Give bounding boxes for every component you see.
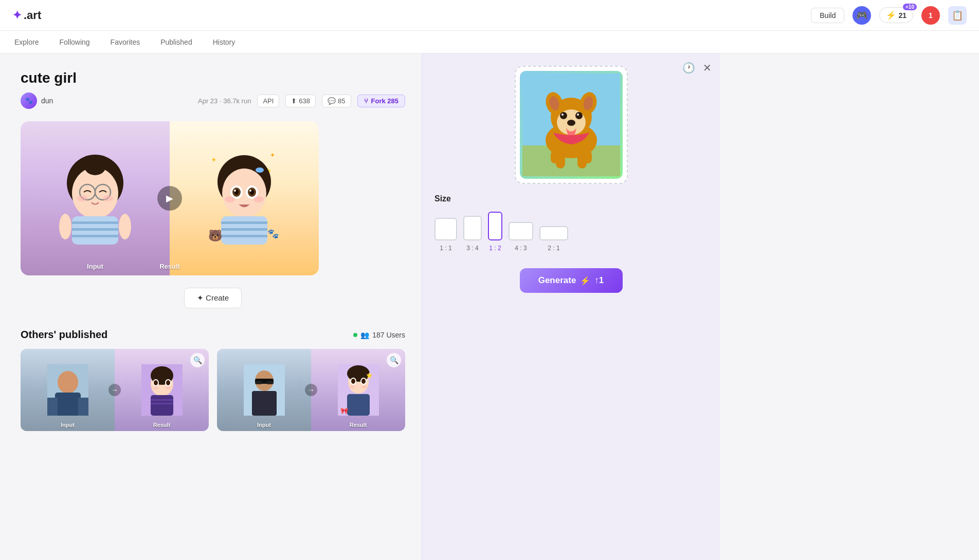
- girl-right-svg: ✦ ✦ ⭐: [203, 147, 285, 250]
- create-button[interactable]: ✦ Create: [184, 288, 242, 308]
- size-title: Size: [434, 194, 708, 203]
- users-count: 187 Users: [372, 331, 405, 339]
- main-content: cute girl 🐾 dun Apr 23 · 36.7k run API ⬆…: [0, 53, 979, 560]
- size-label-3-4: 3 : 4: [466, 245, 478, 252]
- size-label-4-3: 4 : 3: [515, 245, 527, 252]
- play-button[interactable]: ▶: [157, 186, 182, 211]
- discord-icon: 🎮: [856, 10, 867, 21]
- fork-icon: ⑂: [364, 97, 368, 105]
- wallet-button[interactable]: 📋: [948, 6, 967, 25]
- users-badge: 👥 187 Users: [353, 331, 405, 339]
- logo[interactable]: ✦ .art: [12, 9, 41, 22]
- others-published-title: Others' published: [21, 329, 107, 341]
- upload-area[interactable]: [515, 66, 628, 184]
- fork-count-button[interactable]: ⬆ 638: [285, 95, 316, 107]
- nav-item-explore[interactable]: Explore: [12, 31, 41, 53]
- size-label-1-1: 1 : 1: [440, 245, 451, 252]
- page-title: cute girl: [21, 70, 405, 86]
- svg-rect-39: [55, 393, 81, 416]
- svg-point-30: [253, 196, 264, 202]
- preview-result: ✦ ✦ ⭐: [170, 121, 319, 275]
- preview-inner: Input ▶ ✦ ✦ ⭐: [21, 121, 319, 275]
- svg-point-29: [225, 196, 235, 202]
- svg-point-82: [575, 112, 583, 119]
- size-option-1-1[interactable]: 1 : 1: [434, 218, 457, 252]
- svg-point-48: [166, 380, 170, 385]
- size-option-1-2[interactable]: 1 : 2: [488, 212, 502, 252]
- generate-lightning-icon: ⚡: [580, 276, 590, 286]
- svg-text:✦: ✦: [211, 156, 217, 164]
- nav-item-published[interactable]: Published: [158, 31, 194, 53]
- lightning-button[interactable]: +10 ⚡ 21: [879, 7, 913, 23]
- gallery-search-icon[interactable]: 🔍: [190, 353, 205, 367]
- svg-rect-11: [72, 235, 118, 237]
- discord-button[interactable]: 🎮: [853, 6, 871, 25]
- svg-point-85: [567, 120, 575, 126]
- size-option-4-3[interactable]: 4 : 3: [509, 222, 533, 252]
- svg-rect-51: [151, 395, 173, 416]
- create-button-wrapper: ✦ Create: [21, 288, 405, 308]
- result-label: Result: [159, 263, 180, 270]
- svg-rect-41: [78, 398, 88, 416]
- online-indicator: [353, 333, 357, 337]
- generate-label: Generate: [538, 275, 576, 286]
- size-option-3-4[interactable]: 3 : 4: [463, 216, 482, 252]
- author-info: 🐾 dun: [21, 92, 53, 109]
- svg-point-20: [222, 169, 266, 218]
- history-button[interactable]: 🕐: [682, 62, 695, 74]
- gallery-result-label-2: Result: [350, 422, 367, 428]
- svg-rect-59: [266, 381, 274, 384]
- svg-text:🎀: 🎀: [340, 407, 348, 415]
- svg-rect-53: [151, 403, 173, 404]
- author-name[interactable]: dun: [41, 97, 53, 105]
- author-row: 🐾 dun Apr 23 · 36.7k run API ⬆ 638 💬 85: [21, 92, 405, 109]
- svg-text:✦: ✦: [270, 152, 275, 159]
- left-panel: cute girl 🐾 dun Apr 23 · 36.7k run API ⬆…: [0, 53, 422, 560]
- comment-icon: 💬: [328, 97, 336, 105]
- preview-input: Input: [21, 121, 170, 275]
- notification-button[interactable]: 1: [921, 6, 940, 25]
- meta-date: Apr 23 · 36.7k run: [198, 97, 251, 105]
- gallery-item[interactable]: Input →: [217, 349, 405, 431]
- generate-button-wrapper: Generate ⚡ ↑1: [434, 252, 708, 293]
- avatar: 🐾: [21, 92, 37, 109]
- preview-container: Input ▶ ✦ ✦ ⭐: [21, 121, 319, 275]
- gallery-item[interactable]: Input →: [21, 349, 209, 431]
- svg-point-50: [166, 386, 171, 389]
- meta-row: Apr 23 · 36.7k run API ⬆ 638 💬 85 ⑂ Fork…: [198, 95, 405, 107]
- generate-button[interactable]: Generate ⚡ ↑1: [520, 268, 623, 293]
- gallery-arrow-icon-2: →: [305, 384, 317, 396]
- nav-item-following[interactable]: Following: [57, 31, 92, 53]
- fork-button[interactable]: ⑂ Fork 285: [357, 95, 405, 107]
- svg-point-24: [234, 190, 236, 192]
- result-image: ✦ ✦ ⭐: [170, 121, 319, 275]
- svg-point-19: [256, 167, 264, 173]
- nav-item-history[interactable]: History: [211, 31, 238, 53]
- svg-rect-69: [347, 394, 370, 416]
- build-button[interactable]: Build: [811, 8, 844, 23]
- close-button[interactable]: ✕: [703, 62, 712, 74]
- right-panel: 🕐 ✕: [422, 53, 720, 560]
- svg-text:🐻: 🐻: [208, 229, 223, 242]
- nav-item-favorites[interactable]: Favorites: [108, 31, 142, 53]
- upload-icon: ⬆: [291, 97, 297, 105]
- svg-point-68: [362, 385, 367, 388]
- svg-point-12: [59, 214, 71, 239]
- svg-point-49: [153, 386, 158, 389]
- gallery-search-icon-2[interactable]: 🔍: [387, 353, 401, 367]
- size-option-2-1[interactable]: 2 : 1: [539, 226, 568, 252]
- lightning-icon: ⚡: [886, 10, 896, 20]
- input-image: [21, 121, 170, 275]
- api-button[interactable]: API: [257, 95, 279, 107]
- size-box-3-4: [463, 216, 482, 240]
- svg-point-28: [249, 190, 251, 192]
- header: ✦ .art Build 🎮 +10 ⚡ 21 1 📋: [0, 0, 979, 31]
- logo-icon: ✦: [12, 9, 22, 22]
- svg-rect-40: [47, 398, 58, 416]
- comment-count-button[interactable]: 💬 85: [322, 95, 351, 107]
- size-section: Size 1 : 1 3 : 4 1 : 2: [434, 194, 708, 252]
- corgi-svg: [522, 73, 620, 176]
- size-label-1-2: 1 : 2: [489, 245, 501, 252]
- svg-point-81: [560, 112, 567, 119]
- logo-text: .art: [24, 9, 41, 22]
